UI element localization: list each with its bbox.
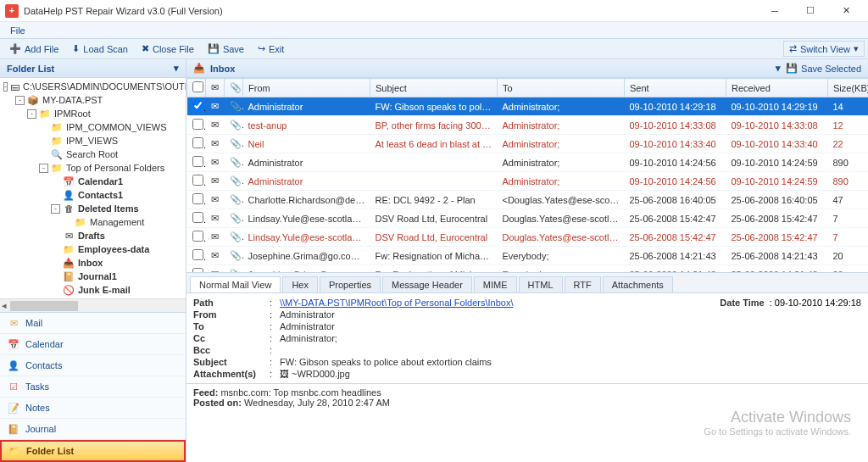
path-link[interactable]: \\MY-DATA.PST\IPMRoot\Top of Personal Fo… xyxy=(280,298,514,308)
switch-view-button[interactable]: ⇄Switch View▾ xyxy=(783,41,865,57)
row-checkbox[interactable] xyxy=(192,231,203,242)
tree-node[interactable]: -🖴C:\USERS\ADMIN\DOCUMENTS\OUTLOOK F xyxy=(0,80,186,93)
tree-node[interactable]: -📦MY-DATA.PST xyxy=(0,93,186,107)
nav-tasks[interactable]: ☑Tasks xyxy=(0,376,186,398)
cell: 25-06-2008 14:21:43 xyxy=(625,247,726,265)
save-button[interactable]: 💾Save xyxy=(202,41,250,57)
mail-row[interactable]: ✉📎AdministratorFW: Gibson speaks to poli… xyxy=(187,97,869,116)
cc-label: Cc xyxy=(193,333,270,343)
expand-toggle[interactable]: - xyxy=(27,109,36,119)
column-header[interactable]: ✉ xyxy=(206,79,225,97)
tree-node[interactable]: 📔Journal1 xyxy=(0,270,186,283)
cell: 09-10-2010 14:24:59 xyxy=(726,172,828,191)
folder-tree[interactable]: -🖴C:\USERS\ADMIN\DOCUMENTS\OUTLOOK F-📦MY… xyxy=(0,78,186,298)
row-checkbox[interactable] xyxy=(192,156,203,167)
tree-label: Management xyxy=(90,217,144,227)
datetime-label: Date Time xyxy=(720,298,764,308)
row-checkbox[interactable] xyxy=(192,212,203,223)
column-header[interactable]: To xyxy=(498,79,625,97)
tab-message-header[interactable]: Message Header xyxy=(382,276,472,292)
inbox-header: 📥 Inbox ▾ 💾Save Selected xyxy=(186,59,868,78)
tree-node[interactable]: 📅Calendar1 xyxy=(0,175,186,188)
tree-node[interactable]: 📁IPM_COMMON_VIEWS xyxy=(0,120,186,134)
tree-node[interactable]: -📁Top of Personal Folders xyxy=(0,161,186,175)
column-header[interactable]: Size(KB) xyxy=(828,79,869,97)
tree-scrollbar[interactable]: ◂ xyxy=(0,298,186,312)
expand-toggle[interactable]: - xyxy=(3,82,8,92)
tab-hex[interactable]: Hex xyxy=(282,276,318,292)
mail-row[interactable]: ✉📎NeilAt least 6 dead in blast at Ch...A… xyxy=(187,135,869,153)
row-checkbox[interactable] xyxy=(192,249,203,260)
row-checkbox[interactable] xyxy=(192,119,203,130)
tab-properties[interactable]: Properties xyxy=(320,276,381,292)
nav-list: ✉Mail📅Calendar👤Contacts☑Tasks📝Notes📔Jour… xyxy=(0,312,186,462)
mail-icon: ✉ xyxy=(211,175,219,186)
nav-notes[interactable]: 📝Notes xyxy=(0,398,186,419)
row-checkbox[interactable] xyxy=(192,193,203,204)
mail-row[interactable]: ✉📎Josephine.Grima@go.com.mtFw: Resignati… xyxy=(187,247,869,265)
save-selected-button[interactable]: 💾Save Selected xyxy=(786,63,861,74)
exit-button[interactable]: ↪Exit xyxy=(252,41,290,57)
add-file-button[interactable]: ➕Add File xyxy=(3,41,64,57)
attachment-icon: 📎 xyxy=(230,175,243,186)
tab-rtf[interactable]: RTF xyxy=(565,276,601,292)
mail-row[interactable]: ✉📎Lindsay.Yule@ese-scotland.c...DSV Road… xyxy=(187,228,869,247)
tree-node[interactable]: 📁Management xyxy=(0,215,186,229)
mail-grid[interactable]: ✉📎FromSubjectToSentReceivedSize(KB) ✉📎Ad… xyxy=(186,78,868,273)
cell: 25-06-2008 14:21:43 xyxy=(726,247,828,265)
select-all-checkbox[interactable] xyxy=(192,81,203,92)
tab-attachments[interactable]: Attachments xyxy=(603,276,673,292)
tree-node[interactable]: 🔍Search Root xyxy=(0,148,186,161)
expand-toggle[interactable]: - xyxy=(15,96,25,105)
tab-normal-mail-view[interactable]: Normal Mail View xyxy=(190,276,281,292)
cell: Douglas.Yates@ese-scotland... xyxy=(498,228,625,247)
close-button[interactable]: ✕ xyxy=(829,2,863,20)
image-icon: 🖼 xyxy=(280,369,289,379)
close-file-button[interactable]: ✖Close File xyxy=(136,41,200,57)
cell: 890 xyxy=(828,153,869,172)
tree-node[interactable]: 👤Contacts1 xyxy=(0,188,186,202)
mail-row[interactable]: ✉📎test-anupBP, other firms facing 300 la… xyxy=(187,116,869,135)
mail-row[interactable]: ✉📎AdministratorAdministrator;09-10-2010 … xyxy=(187,153,869,172)
tree-node[interactable]: -🗑Deleted Items xyxy=(0,202,186,215)
tree-node[interactable]: 📁IPM_VIEWS xyxy=(0,134,186,148)
row-checkbox[interactable] xyxy=(192,100,203,111)
chevron-down-icon[interactable]: ▾ xyxy=(174,63,179,74)
chevron-down-icon[interactable]: ▾ xyxy=(776,63,781,74)
column-header[interactable]: Sent xyxy=(625,79,726,97)
column-header[interactable]: 📎 xyxy=(225,79,243,97)
attachment-icon: 📎 xyxy=(230,138,243,148)
nav-mail[interactable]: ✉Mail xyxy=(0,313,186,334)
row-checkbox[interactable] xyxy=(192,137,203,148)
mail-row[interactable]: ✉📎Josephine.Grima@go.com.mtFw: Resignati… xyxy=(187,265,869,274)
cell: Lindsay.Yule@ese-scotland.c... xyxy=(243,209,370,228)
expand-toggle[interactable]: - xyxy=(39,164,48,173)
column-header[interactable]: Received xyxy=(726,79,828,97)
tab-mime[interactable]: MIME xyxy=(474,276,517,292)
tree-node[interactable]: 📁Employees-data xyxy=(0,242,186,256)
subject-value: FW: Gibson speaks to police about extort… xyxy=(280,357,861,367)
column-header[interactable]: Subject xyxy=(370,79,498,97)
maximize-button[interactable]: ☐ xyxy=(793,2,827,20)
load-scan-button[interactable]: ⬇Load Scan xyxy=(66,41,134,57)
menu-file[interactable]: File xyxy=(5,24,31,37)
tree-node[interactable]: 📥Inbox xyxy=(0,256,186,270)
mail-row[interactable]: ✉📎Charlotte.Richardson@dexio...RE: DCL 9… xyxy=(187,191,869,209)
tab-html[interactable]: HTML xyxy=(519,276,563,292)
plus-icon: ➕ xyxy=(9,43,21,54)
column-header[interactable] xyxy=(187,79,206,97)
minimize-button[interactable]: ─ xyxy=(758,2,792,20)
column-header[interactable]: From xyxy=(243,79,370,97)
mail-row[interactable]: ✉📎Lindsay.Yule@ese-scotland.c...DSV Road… xyxy=(187,209,869,228)
row-checkbox[interactable] xyxy=(192,175,203,186)
nav-folder-list[interactable]: 📁Folder List xyxy=(0,440,186,462)
nav-contacts[interactable]: 👤Contacts xyxy=(0,355,186,376)
tree-node[interactable]: -📁IPMRoot xyxy=(0,107,186,120)
tree-node[interactable]: ✉Drafts xyxy=(0,229,186,242)
expand-toggle[interactable]: - xyxy=(51,204,60,214)
tree-node[interactable]: 🚫Junk E-mail xyxy=(0,283,186,297)
cell: Administrator; xyxy=(498,172,625,191)
mail-row[interactable]: ✉📎AdministratorAdministrator;09-10-2010 … xyxy=(187,172,869,191)
nav-journal[interactable]: 📔Journal xyxy=(0,419,186,440)
nav-calendar[interactable]: 📅Calendar xyxy=(0,334,186,355)
